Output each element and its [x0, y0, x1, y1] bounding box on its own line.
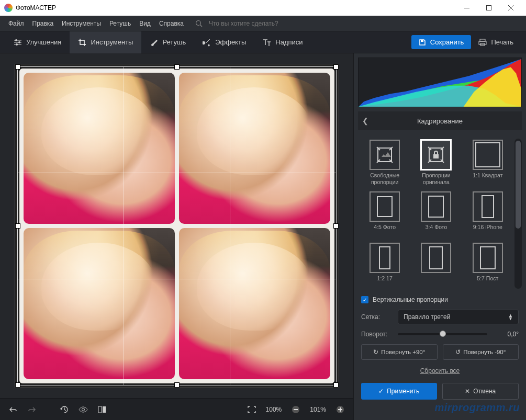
fit-screen-button[interactable]: [244, 402, 260, 417]
crop-handle[interactable]: [174, 382, 180, 388]
svg-point-2: [196, 20, 200, 25]
preset-label: Пропорции оригинала: [412, 172, 460, 185]
grid-dropdown[interactable]: Правило третей ▲▼: [398, 310, 519, 324]
tab-effects[interactable]: Эффекты: [194, 31, 254, 53]
svg-rect-11: [98, 406, 102, 413]
vertical-proportions-checkbox[interactable]: ✓: [361, 296, 368, 303]
back-button[interactable]: ❮: [362, 117, 368, 125]
sliders-icon: [14, 38, 22, 47]
svg-point-4: [18, 41, 20, 43]
zoom-level-label: 101%: [307, 406, 329, 413]
compare-button[interactable]: [94, 402, 110, 417]
crop-preset[interactable]: [412, 243, 460, 288]
svg-rect-17: [340, 407, 341, 412]
preset-label: Свободные пропорции: [361, 172, 408, 185]
presets-scrollbar[interactable]: [514, 139, 522, 289]
menu-file[interactable]: Файл: [4, 18, 28, 29]
crop-preset[interactable]: Пропорции оригинала: [412, 140, 460, 185]
rotate-label: Поворот:: [361, 331, 393, 338]
reset-all-link[interactable]: Сбросить все: [354, 363, 526, 379]
window-title: ФотоМАСТЕР: [16, 4, 56, 12]
wand-icon: [203, 38, 211, 47]
crop-preset[interactable]: 1:1 Квадрат: [464, 140, 511, 185]
zoom-out-button[interactable]: [288, 402, 304, 417]
crop-handle[interactable]: [15, 64, 20, 70]
crop-handle[interactable]: [15, 382, 20, 388]
svg-rect-12: [103, 406, 106, 413]
panel-header: ❮ Кадрирование: [358, 111, 522, 130]
menu-edit[interactable]: Правка: [28, 18, 58, 29]
zoom-in-button[interactable]: [332, 402, 348, 417]
print-button[interactable]: Печать: [471, 35, 521, 49]
crop-handle[interactable]: [333, 382, 339, 388]
rotate-ccw-icon: ↺: [455, 348, 461, 356]
preset-label: 9:16 iPhone: [473, 224, 502, 236]
svg-point-10: [82, 408, 85, 411]
app-logo-icon: [4, 4, 13, 12]
close-button[interactable]: [500, 0, 522, 16]
crop-handle[interactable]: [333, 64, 339, 70]
svg-rect-8: [479, 41, 486, 44]
crop-preset[interactable]: Свободные пропорции: [361, 140, 408, 185]
rotate-cw-icon: ↻: [373, 348, 378, 356]
image-canvas[interactable]: [15, 64, 339, 388]
rotate-slider[interactable]: [398, 333, 487, 335]
svg-point-3: [15, 39, 17, 41]
x-icon: ✕: [465, 388, 470, 395]
preset-thumbnail: [473, 140, 503, 170]
maximize-button[interactable]: [478, 0, 500, 16]
menu-bar: Файл Правка Инструменты Ретушь Вид Справ…: [0, 16, 526, 31]
crop-handle[interactable]: [15, 223, 20, 229]
crop-preset[interactable]: 3:4 Фото: [412, 191, 460, 236]
save-button[interactable]: Сохранить: [411, 35, 472, 49]
preset-thumbnail: [370, 243, 400, 273]
crop-preset[interactable]: 9:16 iPhone: [464, 191, 511, 236]
tab-enhance[interactable]: Улучшения: [5, 31, 70, 53]
crop-handle[interactable]: [333, 223, 339, 229]
crop-preset[interactable]: 1:2 17: [361, 243, 408, 288]
apply-button[interactable]: ✓ Применить: [361, 383, 437, 400]
crop-preset[interactable]: 5:7 Пост: [464, 243, 511, 288]
crop-icon: [78, 38, 86, 47]
histogram: [358, 58, 522, 107]
menu-help[interactable]: Справка: [155, 18, 188, 29]
rotate-minus90-button[interactable]: ↺ Повернуть -90°: [443, 344, 519, 360]
preset-thumbnail: [421, 243, 451, 273]
crop-handle[interactable]: [174, 64, 180, 70]
svg-rect-6: [421, 40, 423, 42]
svg-rect-25: [433, 154, 439, 158]
preset-thumbnail: [421, 191, 451, 222]
tab-retouch[interactable]: Ретушь: [141, 31, 194, 53]
tab-tools[interactable]: Инструменты: [70, 31, 141, 53]
history-button[interactable]: [57, 402, 72, 417]
crop-overlay[interactable]: [17, 66, 337, 385]
menu-tools[interactable]: Инструменты: [58, 18, 105, 29]
save-icon: [419, 39, 426, 46]
preset-label: 3:4 Фото: [426, 224, 447, 236]
preset-thumbnail: [473, 191, 503, 222]
menu-view[interactable]: Вид: [135, 18, 155, 29]
redo-button[interactable]: [24, 402, 40, 417]
minimize-button[interactable]: [456, 0, 478, 16]
text-icon: [263, 38, 271, 47]
preview-button[interactable]: [75, 402, 91, 417]
canvas-bottom-bar: 100% 101%: [0, 398, 353, 420]
undo-button[interactable]: [5, 402, 21, 417]
preset-thumbnail: [370, 191, 400, 222]
rotate-value: 0,0°: [493, 331, 519, 338]
chevron-updown-icon: ▲▼: [508, 314, 513, 321]
print-icon: [478, 39, 487, 46]
menu-retouch[interactable]: Ретушь: [105, 18, 135, 29]
cancel-button[interactable]: ✕ Отмена: [442, 383, 519, 400]
panel-title: Кадрирование: [417, 117, 463, 125]
preset-label: 5:7 Пост: [477, 275, 498, 288]
tab-text[interactable]: Надписи: [254, 31, 311, 53]
crop-preset[interactable]: 4:5 Фото: [361, 191, 408, 236]
search-input[interactable]: [209, 20, 314, 27]
preset-label: 1:1 Квадрат: [473, 172, 502, 185]
rotate-plus90-button[interactable]: ↻ Повернуть +90°: [361, 344, 438, 360]
preset-thumbnail: [421, 140, 451, 170]
preset-label: 1:2 17: [377, 275, 393, 288]
svg-rect-1: [487, 6, 491, 10]
preset-thumbnail: [370, 140, 400, 170]
